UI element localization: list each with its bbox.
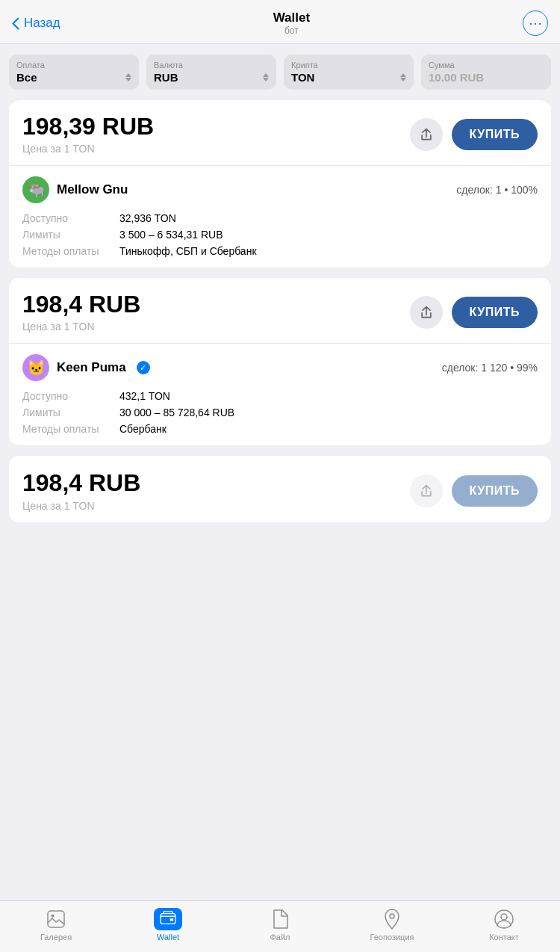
- filter-amount-value: 10.00 RUB: [429, 71, 484, 84]
- label-payment-2: Методы оплаты: [22, 423, 119, 435]
- tab-file-label: Файл: [270, 933, 290, 942]
- listing-card-1: 198,39 RUB Цена за 1 TON КУПИТЬ 🐃 Mello: [9, 100, 551, 268]
- seller-avatar-2: 🐱: [22, 354, 49, 381]
- price-actions-1: КУПИТЬ: [410, 118, 538, 151]
- filter-crypto[interactable]: Крипта TON: [284, 55, 414, 90]
- svg-point-1: [52, 915, 55, 918]
- price-amount-2: 198,4 RUB: [22, 291, 140, 318]
- wallet-icon: [158, 909, 178, 930]
- tab-contact-label: Контакт: [489, 933, 519, 942]
- share-button-1[interactable]: [410, 118, 443, 151]
- file-icon: [270, 909, 290, 930]
- contact-icon: [494, 909, 514, 930]
- seller-details-1: Доступно 32,936 TON Лимиты 3 500 – 6 534…: [22, 212, 538, 257]
- menu-button[interactable]: ⋯: [523, 10, 548, 36]
- share-button-2[interactable]: [410, 296, 443, 329]
- tab-bar: Галерея Wallet Файл: [0, 900, 560, 952]
- value-payment-2: Сбербанк: [119, 423, 538, 435]
- value-available-2: 432,1 TON: [119, 390, 538, 402]
- listing-card-2: 198,4 RUB Цена за 1 TON КУПИТЬ 🐱 Keen P: [9, 278, 551, 445]
- partial-info: 198,4 RUB Цена за 1 TON: [22, 469, 140, 512]
- filter-bar: Оплата Все Валюта RUB Крипта TON: [0, 44, 560, 100]
- price-caption-1: Цена за 1 TON: [22, 143, 154, 155]
- tab-wallet[interactable]: Wallet: [138, 909, 198, 942]
- label-limits-2: Лимиты: [22, 407, 119, 418]
- buy-button-2[interactable]: КУПИТЬ: [452, 297, 538, 328]
- filter-amount[interactable]: Сумма 10.00 RUB: [421, 55, 551, 90]
- header-center: Wallet бот: [273, 10, 310, 36]
- price-actions-2: КУПИТЬ: [410, 296, 538, 329]
- partial-actions: КУПИТЬ: [410, 475, 538, 507]
- svg-rect-3: [170, 918, 174, 921]
- svg-point-6: [501, 914, 507, 920]
- header-title: Wallet: [273, 10, 310, 25]
- header: Назад Wallet бот ⋯: [0, 0, 560, 44]
- price-info-2: 198,4 RUB Цена за 1 TON: [22, 291, 140, 333]
- location-icon: [382, 909, 402, 930]
- listing-card-partial: 198,4 RUB Цена за 1 TON КУПИТЬ: [9, 456, 551, 522]
- seller-details-2: Доступно 432,1 TON Лимиты 30 000 – 85 72…: [22, 390, 538, 435]
- price-amount-1: 198,39 RUB: [22, 114, 154, 140]
- label-limits-1: Лимиты: [22, 229, 119, 241]
- filter-crypto-label: Крипта: [291, 61, 406, 69]
- verified-icon-2: ✓: [137, 361, 150, 374]
- value-limits-2: 30 000 – 85 728,64 RUB: [119, 407, 538, 418]
- svg-point-4: [390, 914, 394, 918]
- seller-name-2: Keen Puma: [57, 360, 126, 375]
- tab-location-label: Геопозиция: [370, 933, 414, 942]
- filter-payment[interactable]: Оплата Все: [9, 55, 139, 90]
- filter-currency[interactable]: Валюта RUB: [146, 55, 276, 90]
- value-payment-1: Тинькофф, СБП и Сбербанк: [119, 245, 538, 257]
- seller-header-2: 🐱 Keen Puma ✓ сделок: 1 120 • 99%: [22, 354, 538, 381]
- gallery-icon: [46, 909, 66, 930]
- svg-rect-0: [48, 911, 64, 927]
- chevron-icon: [125, 73, 131, 81]
- seller-avatar-1: 🐃: [22, 176, 49, 203]
- seller-left-1: 🐃 Mellow Gnu: [22, 176, 128, 203]
- seller-left-2: 🐱 Keen Puma ✓: [22, 354, 150, 381]
- filter-payment-value: Все: [16, 71, 37, 84]
- partial-caption: Цена за 1 TON: [22, 500, 140, 512]
- label-available-2: Доступно: [22, 390, 119, 402]
- seller-header-1: 🐃 Mellow Gnu сделок: 1 • 100%: [22, 176, 538, 203]
- value-limits-1: 3 500 – 6 534,31 RUB: [119, 229, 538, 241]
- seller-info-2: 🐱 Keen Puma ✓ сделок: 1 120 • 99% Доступ…: [9, 344, 551, 445]
- buy-button-1[interactable]: КУПИТЬ: [452, 119, 538, 150]
- filter-amount-label: Сумма: [429, 61, 544, 69]
- header-subtitle: бот: [273, 25, 310, 36]
- label-payment-1: Методы оплаты: [22, 245, 119, 257]
- value-available-1: 32,936 TON: [119, 212, 538, 224]
- tab-location[interactable]: Геопозиция: [362, 909, 422, 942]
- price-info-1: 198,39 RUB Цена за 1 TON: [22, 114, 154, 155]
- filter-currency-value: RUB: [154, 71, 178, 84]
- back-button[interactable]: Назад: [12, 16, 60, 31]
- partial-price: 198,4 RUB: [22, 469, 140, 497]
- seller-stats-1: сделок: 1 • 100%: [456, 184, 538, 196]
- buy-button-partial[interactable]: КУПИТЬ: [452, 475, 538, 507]
- price-top-1: 198,39 RUB Цена за 1 TON КУПИТЬ: [9, 100, 551, 166]
- seller-stats-2: сделок: 1 120 • 99%: [442, 362, 538, 374]
- share-button-partial[interactable]: [410, 475, 443, 507]
- seller-name-1: Mellow Gnu: [57, 182, 128, 197]
- listings-container: 198,39 RUB Цена за 1 TON КУПИТЬ 🐃 Mello: [0, 100, 560, 597]
- filter-crypto-value: TON: [291, 71, 314, 84]
- price-caption-2: Цена за 1 TON: [22, 321, 140, 333]
- tab-gallery[interactable]: Галерея: [26, 909, 86, 942]
- tab-file[interactable]: Файл: [250, 909, 310, 942]
- price-top-2: 198,4 RUB Цена за 1 TON КУПИТЬ: [9, 278, 551, 344]
- filter-currency-label: Валюта: [154, 61, 269, 69]
- tab-gallery-label: Галерея: [40, 933, 72, 942]
- label-available-1: Доступно: [22, 212, 119, 224]
- tab-contact[interactable]: Контакт: [474, 909, 534, 942]
- chevron-icon: [400, 73, 406, 81]
- filter-payment-label: Оплата: [16, 61, 131, 69]
- seller-info-1: 🐃 Mellow Gnu сделок: 1 • 100% Доступно 3…: [9, 166, 551, 268]
- tab-wallet-label: Wallet: [157, 933, 179, 942]
- chevron-icon: [263, 73, 269, 81]
